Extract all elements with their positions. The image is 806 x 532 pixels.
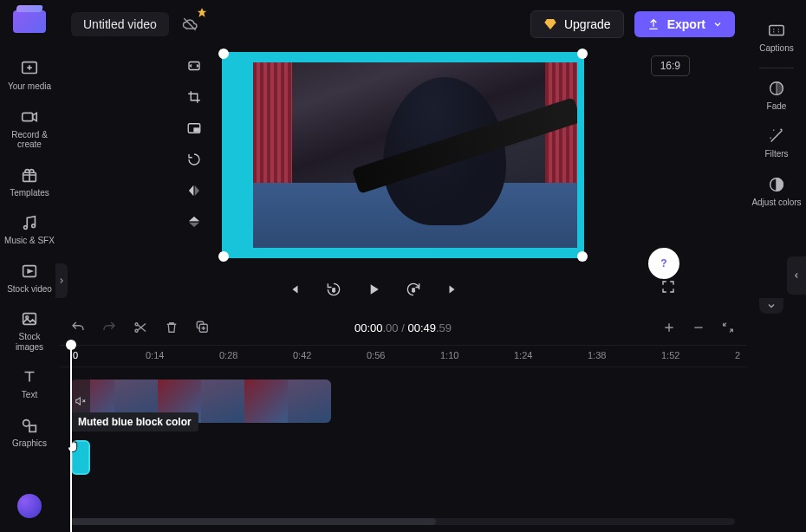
fit-timeline-button[interactable] (719, 319, 737, 336)
upgrade-label: Upgrade (564, 17, 611, 31)
playback-controls: 5 5 (59, 272, 688, 307)
fullscreen-icon (660, 279, 676, 295)
nav-music-sfx[interactable]: Music & SFX (3, 206, 55, 255)
fit-button[interactable] (184, 55, 205, 76)
pip-icon (186, 120, 202, 136)
skip-end-button[interactable] (442, 278, 465, 301)
ruler-tick: 0:42 (293, 350, 311, 360)
nav-stock-images[interactable]: Stock images (3, 302, 55, 360)
zoom-in-button[interactable] (660, 319, 678, 336)
nav-your-media[interactable]: Your media (3, 52, 55, 101)
flip-h-button[interactable] (184, 180, 205, 201)
crop-button[interactable] (184, 87, 205, 107)
play-icon (365, 281, 382, 298)
timeline-region: 00:00.00 / 00:49.59 0 0:14 0:28 0:42 0:5… (59, 310, 747, 532)
aspect-ratio-button[interactable]: 16:9 (651, 55, 690, 76)
preview-toolbar (180, 55, 208, 232)
timeline-ruler[interactable]: 0 0:14 0:28 0:42 0:56 1:10 1:24 1:38 1:5… (59, 345, 747, 367)
svg-rect-1 (23, 113, 33, 120)
ruler-tick: 2 (735, 350, 740, 360)
ruler-tick: 1:10 (440, 350, 458, 360)
upload-icon (647, 17, 660, 31)
nav-templates[interactable]: Templates (3, 159, 55, 207)
minus-icon (692, 321, 705, 334)
flip-v-icon (186, 214, 202, 230)
svg-text:5: 5 (332, 288, 335, 293)
right-captions[interactable]: Captions (751, 14, 803, 62)
timeline-tracks[interactable]: Muted blue block color (59, 367, 747, 503)
svg-rect-15 (194, 128, 198, 132)
panel-expand-tab[interactable] (55, 263, 68, 298)
resize-handle-br[interactable] (577, 251, 588, 262)
total-time: 00:49 (407, 321, 436, 334)
left-sidebar: Your media Record & create Templates Mus… (0, 0, 59, 532)
right-fade[interactable]: Fade (751, 72, 803, 120)
grab-cursor-icon (64, 437, 83, 456)
ruler-tick: 0 (73, 350, 78, 360)
rewind-icon: 5 (325, 281, 342, 298)
top-bar: Untitled video Upgrade Export (59, 0, 747, 49)
zoom-out-button[interactable] (690, 319, 707, 336)
right-panel-more[interactable] (759, 298, 783, 314)
rotate-button[interactable] (184, 149, 205, 170)
flip-v-button[interactable] (184, 211, 205, 232)
playhead[interactable] (70, 345, 72, 532)
svg-point-3 (24, 226, 28, 230)
diamond-icon (543, 17, 557, 31)
preview-canvas[interactable] (222, 52, 584, 258)
chevron-left-icon (792, 271, 801, 280)
timecode: 00:00.00 / 00:49.59 (59, 321, 747, 334)
resize-handle-tl[interactable] (218, 49, 229, 59)
plus-box-icon (20, 59, 39, 78)
right-label: Adjust colors (751, 198, 801, 208)
nav-label: Text (22, 390, 37, 400)
right-label: Fade (767, 101, 787, 112)
export-button[interactable]: Export (634, 11, 735, 37)
chevron-right-icon (57, 276, 66, 285)
nav-label: Graphics (12, 438, 47, 449)
nav-label: Record & create (3, 130, 55, 150)
right-label: Filters (764, 149, 788, 159)
pip-button[interactable] (184, 118, 205, 139)
text-icon (20, 367, 39, 386)
nav-text[interactable]: Text (3, 360, 55, 409)
premium-badge-icon (196, 7, 208, 23)
forward-5-button[interactable]: 5 (402, 278, 425, 301)
timeline-scrollbar[interactable] (71, 518, 735, 525)
fit-icon (186, 58, 202, 74)
project-title[interactable]: Untitled video (71, 12, 169, 36)
nav-record-create[interactable]: Record & create (3, 101, 55, 159)
resize-handle-tr[interactable] (577, 49, 588, 59)
app-logo[interactable] (13, 10, 46, 33)
right-panel-expand[interactable] (787, 256, 806, 295)
nav-stock-video[interactable]: Stock video (3, 255, 55, 303)
svg-text:5: 5 (412, 288, 414, 293)
ruler-tick: 0:14 (146, 350, 164, 360)
music-icon (20, 213, 39, 232)
canvas-area: 16:9 ? 5 5 (59, 49, 747, 310)
shapes-icon (20, 416, 39, 435)
skip-start-button[interactable] (283, 278, 305, 301)
chevron-down-icon (766, 301, 777, 311)
svg-rect-9 (29, 425, 36, 431)
current-time: 00:00 (354, 321, 383, 334)
captions-icon (767, 21, 786, 40)
upgrade-button[interactable]: Upgrade (530, 10, 624, 38)
wand-icon (767, 127, 786, 146)
ruler-tick: 1:38 (588, 350, 606, 360)
svg-text:?: ? (660, 257, 666, 269)
forward-icon: 5 (405, 281, 422, 298)
ruler-tick: 1:52 (661, 350, 679, 360)
play-button[interactable] (362, 278, 385, 301)
rewind-5-button[interactable]: 5 (322, 278, 345, 301)
resize-handle-bl[interactable] (218, 251, 229, 262)
flip-h-icon (186, 183, 202, 198)
fullscreen-button[interactable] (657, 276, 679, 298)
scrollbar-thumb[interactable] (71, 518, 436, 525)
right-filters[interactable]: Filters (751, 120, 803, 168)
right-adjust-colors[interactable]: Adjust colors (751, 168, 803, 217)
divider (759, 68, 794, 68)
nav-graphics[interactable]: Graphics (3, 409, 55, 457)
user-avatar[interactable] (17, 494, 42, 518)
crop-icon (186, 89, 202, 105)
